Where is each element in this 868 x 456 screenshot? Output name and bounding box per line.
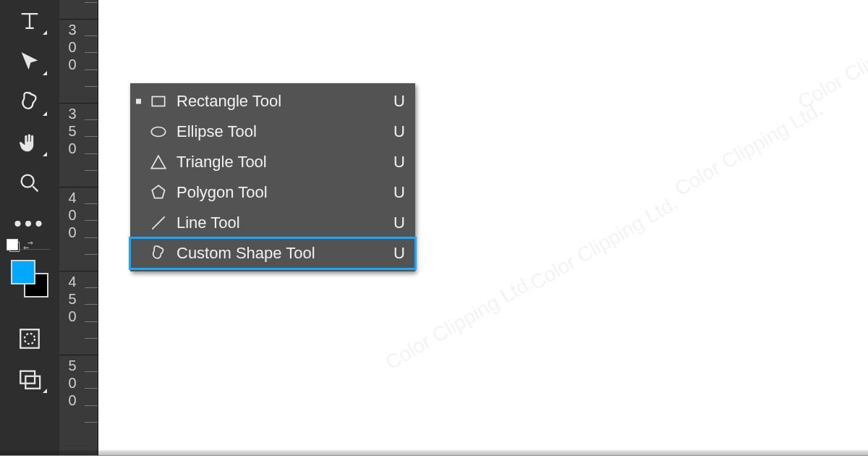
flyout-item-polygon[interactable]: Polygon ToolU [130,177,415,208]
ellipse-icon [135,122,172,141]
default-and-swap-colors[interactable] [9,240,34,254]
rectangle-icon [135,92,172,111]
watermark: Color Clipping Ltd. [671,98,826,201]
blob-icon [135,244,172,263]
ruler-minor-tick [85,153,98,154]
flyout-item-rectangle[interactable]: Rectangle ToolU [130,86,415,117]
ruler-minor-tick [85,237,98,238]
submenu-indicator-icon [43,152,47,156]
path-selection-tool[interactable] [9,45,50,78]
ruler-minor-tick [85,287,98,288]
flyout-item-shortcut: U [383,153,405,172]
svg-point-0 [22,175,34,187]
color-swatches[interactable] [9,258,50,299]
ruler-minor-tick [85,52,98,53]
ruler-minor-tick [85,170,98,171]
ruler-minor-tick [85,203,98,204]
ruler-minor-tick [85,422,98,423]
ruler-minor-tick [85,405,98,406]
polygon-icon [135,183,172,202]
flyout-item-label: Line Tool [172,214,383,232]
flyout-item-shortcut: U [383,183,405,202]
submenu-indicator-icon [43,111,47,116]
flyout-item-shortcut: U [383,122,405,141]
default-colors-icon[interactable] [9,242,20,252]
svg-point-6 [151,127,166,137]
ruler-minor-tick [85,35,98,36]
flyout-item-shortcut: U [383,92,405,111]
flyout-item-triangle[interactable]: Triangle ToolU [130,147,415,177]
tool-palette: ••• [0,0,59,456]
svg-rect-4 [25,376,40,389]
svg-point-2 [25,334,35,344]
ruler-major-tick [59,355,98,355]
swap-colors-icon[interactable] [22,240,34,254]
zoom-tool[interactable] [9,166,50,200]
flyout-item-label: Ellipse Tool [172,122,383,141]
ruler-label: 500 [64,358,80,410]
flyout-item-label: Polygon Tool [172,183,383,202]
flyout-item-label: Rectangle Tool [172,92,383,111]
ruler-minor-tick [85,2,98,3]
triangle-icon [135,153,172,172]
ruler-minor-tick [85,220,98,221]
svg-rect-3 [20,371,35,384]
svg-rect-1 [20,329,39,348]
submenu-indicator-icon [43,30,47,35]
flyout-item-blob[interactable]: Custom Shape ToolU [130,238,415,269]
flyout-item-shortcut: U [383,214,405,232]
hand-tool[interactable] [9,126,50,159]
submenu-indicator-icon [43,71,47,75]
ellipsis-icon: ••• [14,220,46,227]
svg-rect-5 [152,97,164,106]
ruler-major-tick [59,19,98,20]
flyout-item-ellipse[interactable]: Ellipse ToolU [130,117,415,147]
flyout-item-label: Custom Shape Tool [172,244,383,263]
ruler-label: 400 [64,190,80,242]
watermark: Color Clipping Ltd. [793,11,868,114]
flyout-item-shortcut: U [383,244,405,263]
ruler-minor-tick [85,136,98,137]
ruler-label: 300 [64,22,80,74]
ruler-major-tick [59,271,98,271]
ruler-minor-tick [85,388,98,389]
ruler-minor-tick [85,254,98,255]
quick-mask-mode[interactable] [9,322,50,355]
ruler-label: 350 [64,106,80,158]
type-tool[interactable] [9,4,50,38]
shape-tool-flyout: Rectangle ToolUEllipse ToolUTriangle Too… [130,83,415,271]
window-edge [0,450,868,456]
ruler-major-tick [59,103,98,104]
ruler-major-tick [59,187,98,187]
foreground-color-swatch[interactable] [11,260,35,284]
ruler-minor-tick [85,304,98,305]
vertical-ruler[interactable]: 250300350400450500 [59,0,98,456]
flyout-item-label: Triangle Tool [172,153,383,172]
ruler-minor-tick [85,338,98,339]
watermark: Color Clipping Ltd. [526,192,681,295]
ruler-minor-tick [85,371,98,372]
ruler-minor-tick [85,119,98,120]
ruler-minor-tick [85,69,98,70]
edit-toolbar-button[interactable]: ••• [9,207,50,240]
ruler-label: 450 [64,274,80,326]
ruler-minor-tick [85,86,98,87]
line-icon [135,214,172,232]
custom-shape-tool[interactable] [9,85,50,119]
ruler-minor-tick [85,321,98,322]
submenu-indicator-icon [43,389,47,393]
screen-mode[interactable] [9,363,50,396]
watermark: Color Clipping Ltd. [381,271,537,375]
flyout-item-line[interactable]: Line ToolU [130,208,415,238]
